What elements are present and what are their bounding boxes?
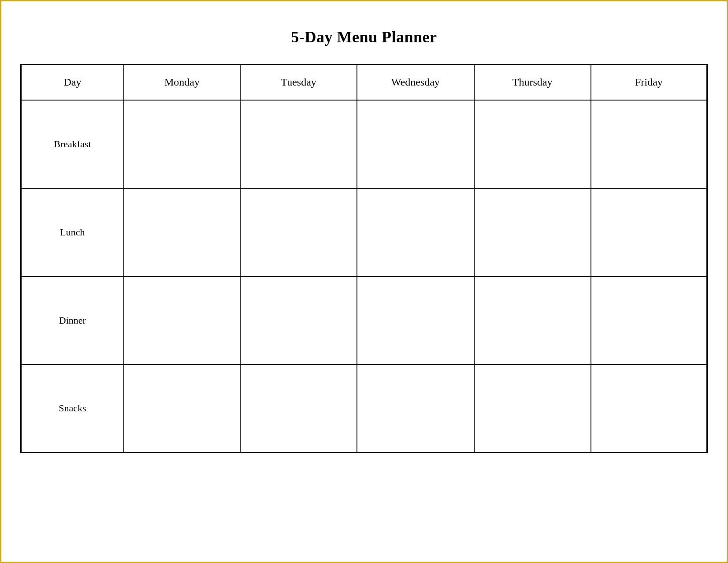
col-header-monday: Monday xyxy=(124,65,241,100)
breakfast-thursday-cell[interactable] xyxy=(474,100,591,188)
dinner-label: Dinner xyxy=(21,276,124,365)
snacks-friday-cell[interactable] xyxy=(591,365,707,453)
lunch-tuesday-cell[interactable] xyxy=(240,188,357,276)
col-header-tuesday: Tuesday xyxy=(240,65,357,100)
dinner-tuesday-cell[interactable] xyxy=(240,276,357,365)
snacks-thursday-cell[interactable] xyxy=(474,365,591,453)
breakfast-monday-cell[interactable] xyxy=(124,100,241,188)
header-row: Day Monday Tuesday Wednesday Thursday Fr… xyxy=(21,65,707,100)
breakfast-tuesday-cell[interactable] xyxy=(240,100,357,188)
snacks-row: Snacks xyxy=(21,365,707,453)
lunch-wednesday-cell[interactable] xyxy=(357,188,474,276)
dinner-friday-cell[interactable] xyxy=(591,276,707,365)
snacks-monday-cell[interactable] xyxy=(124,365,241,453)
breakfast-label: Breakfast xyxy=(21,100,124,188)
lunch-thursday-cell[interactable] xyxy=(474,188,591,276)
dinner-monday-cell[interactable] xyxy=(124,276,241,365)
breakfast-row: Breakfast xyxy=(21,100,707,188)
snacks-tuesday-cell[interactable] xyxy=(240,365,357,453)
lunch-friday-cell[interactable] xyxy=(591,188,707,276)
lunch-row: Lunch xyxy=(21,188,707,276)
col-header-day: Day xyxy=(21,65,124,100)
snacks-wednesday-cell[interactable] xyxy=(357,365,474,453)
lunch-monday-cell[interactable] xyxy=(124,188,241,276)
dinner-row: Dinner xyxy=(21,276,707,365)
snacks-label: Snacks xyxy=(21,365,124,453)
col-header-wednesday: Wednesday xyxy=(357,65,474,100)
col-header-friday: Friday xyxy=(591,65,707,100)
col-header-thursday: Thursday xyxy=(474,65,591,100)
breakfast-friday-cell[interactable] xyxy=(591,100,707,188)
dinner-thursday-cell[interactable] xyxy=(474,276,591,365)
breakfast-wednesday-cell[interactable] xyxy=(357,100,474,188)
menu-planner-table: Day Monday Tuesday Wednesday Thursday Fr… xyxy=(20,64,708,453)
dinner-wednesday-cell[interactable] xyxy=(357,276,474,365)
page-title: 5-Day Menu Planner xyxy=(291,28,437,46)
lunch-label: Lunch xyxy=(21,188,124,276)
